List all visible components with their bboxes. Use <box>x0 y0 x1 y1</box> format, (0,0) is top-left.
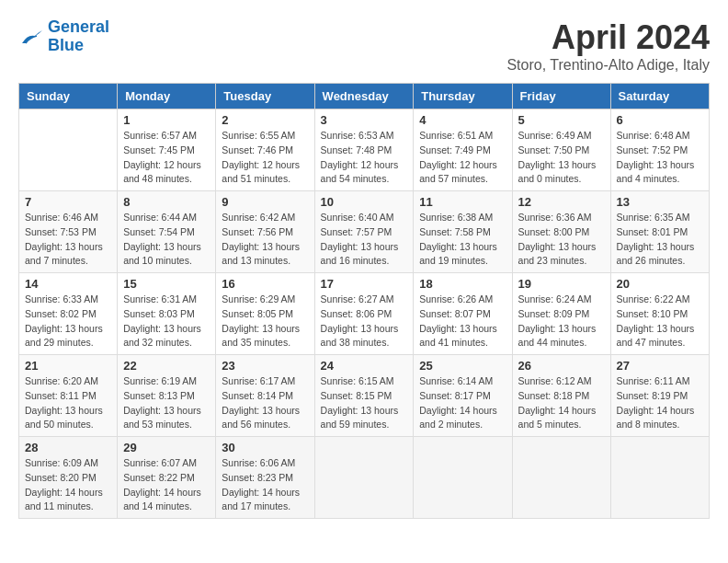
day-number: 23 <box>222 359 308 373</box>
calendar-cell: 3Sunrise: 6:53 AMSunset: 7:48 PMDaylight… <box>314 109 414 191</box>
day-number: 4 <box>419 113 506 127</box>
page-header: General Blue April 2024 Storo, Trentino-… <box>18 18 710 74</box>
calendar-cell: 7Sunrise: 6:46 AMSunset: 7:53 PMDaylight… <box>19 191 118 273</box>
day-number: 18 <box>419 277 506 291</box>
calendar-cell: 28Sunrise: 6:09 AMSunset: 8:20 PMDayligh… <box>19 437 118 519</box>
day-number: 1 <box>123 113 210 127</box>
calendar-cell <box>314 437 414 519</box>
calendar-cell: 22Sunrise: 6:19 AMSunset: 8:13 PMDayligh… <box>118 355 216 437</box>
weekday-header-sunday: Sunday <box>19 84 118 109</box>
calendar-cell: 8Sunrise: 6:44 AMSunset: 7:54 PMDaylight… <box>118 191 216 273</box>
day-info: Sunrise: 6:31 AMSunset: 8:03 PMDaylight:… <box>123 293 210 350</box>
calendar-cell: 11Sunrise: 6:38 AMSunset: 7:58 PMDayligh… <box>414 191 512 273</box>
day-info: Sunrise: 6:22 AMSunset: 8:10 PMDaylight:… <box>617 293 703 350</box>
day-info: Sunrise: 6:36 AMSunset: 8:00 PMDaylight:… <box>518 211 605 269</box>
calendar-week-4: 21Sunrise: 6:20 AMSunset: 8:11 PMDayligh… <box>19 355 710 437</box>
day-info: Sunrise: 6:07 AMSunset: 8:22 PMDaylight:… <box>123 456 210 514</box>
calendar-cell <box>414 437 512 519</box>
calendar-cell: 6Sunrise: 6:48 AMSunset: 7:52 PMDaylight… <box>610 109 709 191</box>
calendar-cell: 1Sunrise: 6:57 AMSunset: 7:45 PMDaylight… <box>118 109 216 191</box>
day-info: Sunrise: 6:40 AMSunset: 7:57 PMDaylight:… <box>321 211 408 269</box>
day-number: 28 <box>25 441 111 454</box>
day-number: 17 <box>321 277 408 291</box>
day-number: 19 <box>518 277 605 291</box>
day-number: 5 <box>518 113 605 127</box>
calendar-cell: 30Sunrise: 6:06 AMSunset: 8:23 PMDayligh… <box>216 437 314 519</box>
calendar-cell <box>19 109 118 191</box>
calendar-cell: 19Sunrise: 6:24 AMSunset: 8:09 PMDayligh… <box>512 273 610 355</box>
day-info: Sunrise: 6:26 AMSunset: 8:07 PMDaylight:… <box>419 293 506 350</box>
day-number: 2 <box>222 113 308 127</box>
day-number: 12 <box>518 195 605 209</box>
calendar-cell: 23Sunrise: 6:17 AMSunset: 8:14 PMDayligh… <box>216 355 314 437</box>
logo-general: General <box>48 17 109 36</box>
day-info: Sunrise: 6:51 AMSunset: 7:49 PMDaylight:… <box>419 129 506 187</box>
weekday-header-wednesday: Wednesday <box>314 84 414 109</box>
day-number: 8 <box>123 195 210 209</box>
weekday-header-friday: Friday <box>512 84 610 109</box>
day-number: 29 <box>123 441 210 454</box>
day-number: 14 <box>25 277 111 291</box>
calendar-cell: 9Sunrise: 6:42 AMSunset: 7:56 PMDaylight… <box>216 191 314 273</box>
day-number: 30 <box>222 441 308 454</box>
day-info: Sunrise: 6:33 AMSunset: 8:02 PMDaylight:… <box>25 293 111 350</box>
day-info: Sunrise: 6:20 AMSunset: 8:11 PMDaylight:… <box>25 374 111 432</box>
title-area: April 2024 Storo, Trentino-Alto Adige, I… <box>506 18 710 74</box>
page-title: April 2024 <box>506 18 710 57</box>
calendar-cell <box>512 437 610 519</box>
day-number: 11 <box>419 195 506 209</box>
day-info: Sunrise: 6:57 AMSunset: 7:45 PMDaylight:… <box>123 129 210 187</box>
logo-blue: Blue <box>48 36 84 54</box>
calendar-cell: 25Sunrise: 6:14 AMSunset: 8:17 PMDayligh… <box>414 355 512 437</box>
calendar-cell <box>610 437 709 519</box>
day-number: 7 <box>25 195 111 209</box>
calendar-cell: 17Sunrise: 6:27 AMSunset: 8:06 PMDayligh… <box>314 273 414 355</box>
calendar-table: SundayMondayTuesdayWednesdayThursdayFrid… <box>18 83 710 519</box>
day-number: 6 <box>617 113 703 127</box>
day-info: Sunrise: 6:44 AMSunset: 7:54 PMDaylight:… <box>123 211 210 269</box>
day-number: 24 <box>321 359 408 373</box>
day-number: 13 <box>617 195 703 209</box>
day-info: Sunrise: 6:35 AMSunset: 8:01 PMDaylight:… <box>617 211 703 269</box>
calendar-cell: 29Sunrise: 6:07 AMSunset: 8:22 PMDayligh… <box>118 437 216 519</box>
day-info: Sunrise: 6:38 AMSunset: 7:58 PMDaylight:… <box>419 211 506 269</box>
weekday-header-saturday: Saturday <box>610 84 709 109</box>
logo-text: General Blue <box>48 18 109 55</box>
day-info: Sunrise: 6:29 AMSunset: 8:05 PMDaylight:… <box>222 293 308 350</box>
day-info: Sunrise: 6:09 AMSunset: 8:20 PMDaylight:… <box>25 456 111 514</box>
calendar-cell: 5Sunrise: 6:49 AMSunset: 7:50 PMDaylight… <box>512 109 610 191</box>
day-info: Sunrise: 6:06 AMSunset: 8:23 PMDaylight:… <box>222 456 308 514</box>
calendar-week-3: 14Sunrise: 6:33 AMSunset: 8:02 PMDayligh… <box>19 273 710 355</box>
calendar-week-5: 28Sunrise: 6:09 AMSunset: 8:20 PMDayligh… <box>19 437 710 519</box>
day-info: Sunrise: 6:49 AMSunset: 7:50 PMDaylight:… <box>518 129 605 187</box>
day-number: 15 <box>123 277 210 291</box>
day-info: Sunrise: 6:55 AMSunset: 7:46 PMDaylight:… <box>222 129 308 187</box>
calendar-week-1: 1Sunrise: 6:57 AMSunset: 7:45 PMDaylight… <box>19 109 710 191</box>
calendar-cell: 14Sunrise: 6:33 AMSunset: 8:02 PMDayligh… <box>19 273 118 355</box>
day-info: Sunrise: 6:53 AMSunset: 7:48 PMDaylight:… <box>321 129 408 187</box>
day-info: Sunrise: 6:24 AMSunset: 8:09 PMDaylight:… <box>518 293 605 350</box>
page-subtitle: Storo, Trentino-Alto Adige, Italy <box>506 57 710 74</box>
weekday-header-thursday: Thursday <box>414 84 512 109</box>
calendar-cell: 27Sunrise: 6:11 AMSunset: 8:19 PMDayligh… <box>610 355 709 437</box>
day-number: 9 <box>222 195 308 209</box>
day-info: Sunrise: 6:12 AMSunset: 8:18 PMDaylight:… <box>518 374 605 432</box>
weekday-header-monday: Monday <box>118 84 216 109</box>
day-number: 21 <box>25 359 111 373</box>
day-number: 27 <box>617 359 703 373</box>
day-info: Sunrise: 6:14 AMSunset: 8:17 PMDaylight:… <box>419 374 506 432</box>
day-info: Sunrise: 6:15 AMSunset: 8:15 PMDaylight:… <box>321 374 408 432</box>
day-info: Sunrise: 6:11 AMSunset: 8:19 PMDaylight:… <box>617 374 703 432</box>
day-number: 26 <box>518 359 605 373</box>
day-info: Sunrise: 6:17 AMSunset: 8:14 PMDaylight:… <box>222 374 308 432</box>
calendar-cell: 26Sunrise: 6:12 AMSunset: 8:18 PMDayligh… <box>512 355 610 437</box>
calendar-cell: 15Sunrise: 6:31 AMSunset: 8:03 PMDayligh… <box>118 273 216 355</box>
calendar-cell: 13Sunrise: 6:35 AMSunset: 8:01 PMDayligh… <box>610 191 709 273</box>
day-info: Sunrise: 6:48 AMSunset: 7:52 PMDaylight:… <box>617 129 703 187</box>
calendar-cell: 10Sunrise: 6:40 AMSunset: 7:57 PMDayligh… <box>314 191 414 273</box>
calendar-cell: 12Sunrise: 6:36 AMSunset: 8:00 PMDayligh… <box>512 191 610 273</box>
calendar-week-2: 7Sunrise: 6:46 AMSunset: 7:53 PMDaylight… <box>19 191 710 273</box>
calendar-cell: 2Sunrise: 6:55 AMSunset: 7:46 PMDaylight… <box>216 109 314 191</box>
calendar-cell: 4Sunrise: 6:51 AMSunset: 7:49 PMDaylight… <box>414 109 512 191</box>
day-number: 16 <box>222 277 308 291</box>
